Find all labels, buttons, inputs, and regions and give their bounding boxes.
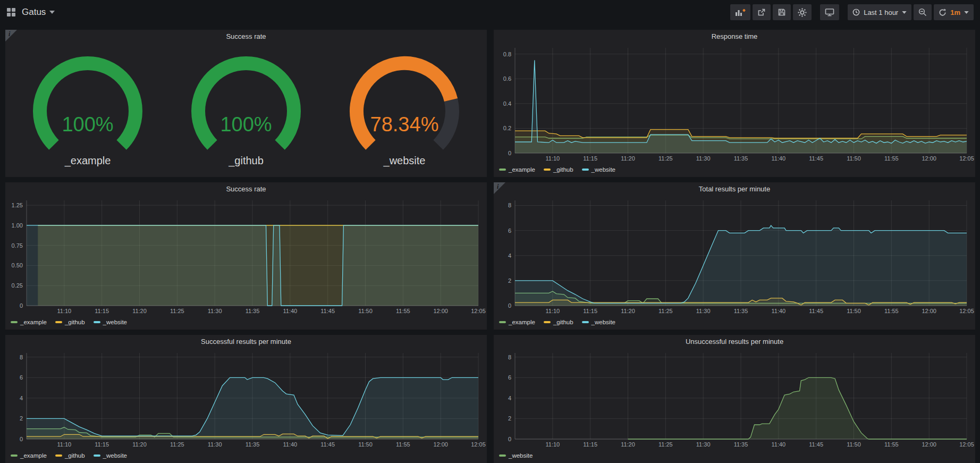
legend-label: _github <box>65 452 85 459</box>
legend-item-_example[interactable]: _example <box>11 452 47 459</box>
gauge-_github: 100%_github <box>177 54 315 167</box>
gauge-arc <box>177 54 315 155</box>
chart-area[interactable]: 11:1011:1511:2011:2511:3011:3511:4011:45… <box>5 196 487 316</box>
x-tick-label: 11:20 <box>621 155 635 162</box>
time-range-button[interactable]: Last 1 hour <box>848 4 911 20</box>
gauge-row: 100%_example100%_github78.34%_website <box>5 44 487 177</box>
gauge-_example: 100%_example <box>19 54 157 167</box>
x-tick-label: 11:25 <box>658 308 673 314</box>
y-tick-label: 0.4 <box>503 100 511 107</box>
x-tick-label: 11:35 <box>734 441 748 448</box>
panel-title[interactable]: Response time <box>494 30 975 44</box>
chart-area[interactable]: 11:1011:1511:2011:2511:3011:3511:4011:45… <box>494 196 975 316</box>
legend-swatch <box>11 321 18 323</box>
y-tick-label: 6 <box>508 228 511 234</box>
chart-canvas: 11:1011:1511:2011:2511:3011:3511:4011:45… <box>494 196 975 316</box>
x-tick-label: 11:40 <box>283 441 297 448</box>
x-tick-label: 11:10 <box>545 308 560 314</box>
share-icon <box>757 8 766 16</box>
x-tick-label: 12:05 <box>959 155 974 162</box>
legend: _example_github_website <box>5 450 487 463</box>
legend-item-_website[interactable]: _website <box>582 319 615 325</box>
legend-swatch <box>544 169 551 171</box>
x-tick-label: 11:25 <box>658 155 673 162</box>
save-button[interactable] <box>773 4 791 20</box>
chart-area[interactable]: 11:1011:1511:2011:2511:3011:3511:4011:45… <box>494 44 975 164</box>
apps-grid-icon[interactable] <box>6 7 16 17</box>
panel-info-icon[interactable] <box>5 30 17 41</box>
legend-item-_github[interactable]: _github <box>55 452 85 459</box>
gauge-value: 100% <box>19 113 157 136</box>
legend-swatch <box>11 454 18 457</box>
x-tick-label: 11:45 <box>320 308 335 314</box>
panel-response-time: Response time 11:1011:1511:2011:2511:301… <box>494 30 975 177</box>
legend-item-_example[interactable]: _example <box>499 319 535 325</box>
legend-item-_website[interactable]: _website <box>582 166 615 173</box>
gauge-label: _example <box>65 155 111 167</box>
panel-title[interactable]: Unsuccessful results per minute <box>494 335 975 349</box>
legend-item-_example[interactable]: _example <box>11 319 47 325</box>
series-fill-_website <box>27 225 478 306</box>
y-tick-label: 2 <box>20 415 23 422</box>
x-tick-label: 11:55 <box>884 441 899 448</box>
legend-label: _example <box>20 452 47 459</box>
settings-button[interactable] <box>793 4 812 20</box>
gauge-value: 100% <box>177 113 315 136</box>
legend-item-_website[interactable]: _website <box>94 319 127 325</box>
zoom-out-button[interactable] <box>914 4 932 20</box>
x-tick-label: 11:30 <box>208 308 222 314</box>
x-tick-label: 11:40 <box>771 155 785 162</box>
share-button[interactable] <box>753 4 771 20</box>
x-tick-label: 12:00 <box>433 308 448 314</box>
x-tick-label: 12:00 <box>433 441 448 448</box>
panel-title[interactable]: Success rate <box>5 182 487 196</box>
x-tick-label: 11:15 <box>95 308 109 314</box>
x-tick-label: 11:25 <box>170 441 184 448</box>
gauge-value: 78.34% <box>335 113 474 136</box>
y-tick-label: 1.25 <box>12 202 23 208</box>
chart-area[interactable]: 11:1011:1511:2011:2511:3011:3511:4011:45… <box>5 349 487 450</box>
panel-success-rate-timeseries: Success rate 11:1011:1511:2011:2511:3011… <box>5 182 487 330</box>
x-tick-label: 11:40 <box>283 308 297 314</box>
refresh-interval-label: 1m <box>950 9 960 16</box>
legend-swatch <box>94 454 100 457</box>
legend: _example_github_website <box>494 316 975 330</box>
x-tick-label: 12:00 <box>922 155 936 162</box>
refresh-icon <box>939 9 947 16</box>
y-tick-label: 2 <box>508 277 511 284</box>
legend-item-_github[interactable]: _github <box>55 319 85 325</box>
refresh-button[interactable]: 1m <box>934 4 974 20</box>
x-tick-label: 11:50 <box>847 308 861 314</box>
series-fill-_website <box>27 377 478 439</box>
legend-swatch <box>499 454 506 457</box>
x-tick-label: 11:45 <box>809 308 823 314</box>
panel-success-rate-gauges: i Success rate 100%_example100%_github78… <box>5 30 487 177</box>
legend-item-_github[interactable]: _github <box>544 319 573 325</box>
chart-area[interactable]: 11:1011:1511:2011:2511:3011:3511:4011:45… <box>494 349 975 450</box>
legend-item-_example[interactable]: _example <box>499 166 535 173</box>
y-tick-label: 2 <box>508 415 511 422</box>
panel-title[interactable]: Success rate <box>5 30 487 44</box>
x-tick-label: 11:35 <box>246 308 260 314</box>
panel-title[interactable]: Total results per minute <box>494 182 975 196</box>
panel-total-results: i Total results per minute 11:1011:1511:… <box>494 182 975 330</box>
legend-label: _example <box>509 319 535 325</box>
panel-info-icon[interactable] <box>494 182 505 194</box>
x-tick-label: 11:10 <box>545 441 560 448</box>
y-tick-label: 0.50 <box>12 262 23 268</box>
x-tick-label: 11:30 <box>208 441 222 448</box>
legend-item-_website[interactable]: _website <box>94 452 127 459</box>
chart-canvas: 11:1011:1511:2011:2511:3011:3511:4011:45… <box>5 349 487 450</box>
series-fill-_website <box>515 225 967 306</box>
cycle-view-button[interactable] <box>820 4 839 20</box>
legend-item-_website[interactable]: _website <box>499 452 533 459</box>
legend-item-_github[interactable]: _github <box>544 166 573 173</box>
caret-down-icon[interactable] <box>49 11 55 14</box>
chart-canvas: 11:1011:1511:2011:2511:3011:3511:4011:45… <box>5 196 487 316</box>
y-tick-label: 4 <box>508 395 511 401</box>
x-tick-label: 12:05 <box>959 308 974 314</box>
panel-title[interactable]: Successful results per minute <box>5 335 487 349</box>
dashboard-title[interactable]: Gatus <box>22 7 46 18</box>
add-panel-button[interactable] <box>730 4 750 20</box>
x-tick-label: 11:20 <box>621 308 635 314</box>
